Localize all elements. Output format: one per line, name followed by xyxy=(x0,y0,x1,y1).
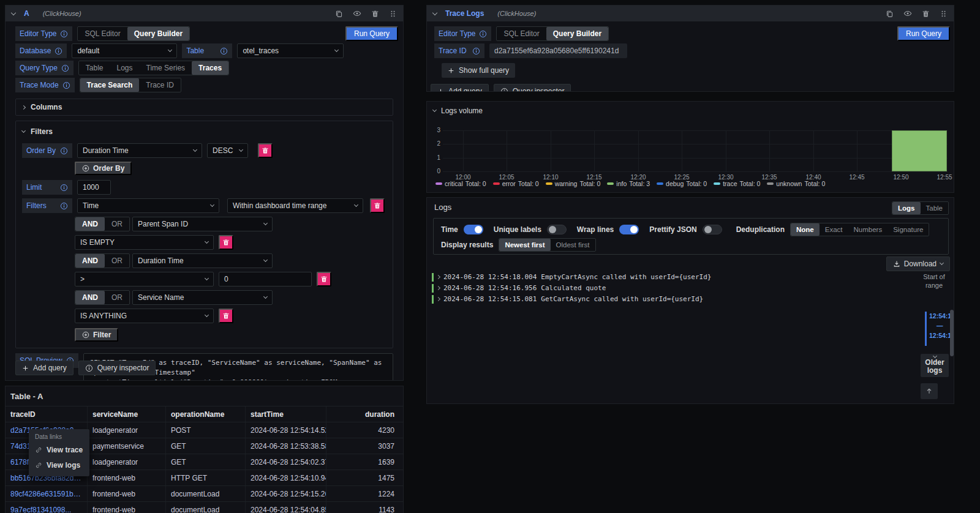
cond3-field-select[interactable]: Service Name xyxy=(132,290,273,305)
download-button[interactable]: Download xyxy=(886,256,950,271)
scroll-to-top-button[interactable] xyxy=(921,383,938,399)
delete-query-icon[interactable] xyxy=(371,10,379,18)
legend-item-critical[interactable]: criticalTotal: 0 xyxy=(435,180,486,187)
column-header-servicename[interactable]: serviceName xyxy=(88,406,166,422)
remove-time-filter-button[interactable] xyxy=(370,198,385,213)
dedup-option-none[interactable]: None xyxy=(791,223,820,236)
editor-option-builder[interactable]: Query Builder xyxy=(127,27,189,40)
trace-id-link[interactable]: 89cf4286e631591b4... xyxy=(10,490,82,498)
trace-mode-id[interactable]: Trace ID xyxy=(139,78,181,92)
column-header-starttime[interactable]: startTime xyxy=(246,406,326,422)
trace-id-link[interactable]: 9a7ecf81341098... xyxy=(10,506,71,513)
cond1-field-select[interactable]: Parent Span ID xyxy=(132,217,273,231)
database-select[interactable]: default xyxy=(72,43,177,58)
query-type-logs[interactable]: Logs xyxy=(110,61,140,75)
wrap-lines-toggle[interactable] xyxy=(619,225,639,234)
query-type-timeseries[interactable]: Time Series xyxy=(140,61,192,75)
cond2-field-select[interactable]: Duration Time xyxy=(132,253,273,268)
view-trace-link[interactable]: View trace xyxy=(35,442,83,457)
or-option[interactable]: OR xyxy=(105,291,129,304)
cond2-value-input[interactable] xyxy=(219,272,312,286)
trace-logs-title[interactable]: Trace Logs xyxy=(445,9,484,18)
query-ref-title[interactable]: A xyxy=(24,9,29,18)
cond3-operator-select[interactable]: IS ANYTHING xyxy=(75,309,214,323)
editor-option-sql[interactable]: SQL Editor xyxy=(78,27,127,40)
volume-plot-area[interactable] xyxy=(443,130,948,171)
legend-item-debug[interactable]: debugTotal: 0 xyxy=(657,180,707,187)
hide-query-icon[interactable] xyxy=(903,9,912,18)
remove-cond2-button[interactable] xyxy=(317,272,331,286)
or-option[interactable]: OR xyxy=(105,217,129,231)
older-logs-button[interactable]: Older logs xyxy=(921,354,949,377)
unique-labels-toggle[interactable] xyxy=(547,225,567,234)
editor-option-builder[interactable]: Query Builder xyxy=(546,27,608,40)
order-by-field-select[interactable]: Duration Time xyxy=(77,143,202,158)
collapse-chevron-icon[interactable] xyxy=(11,10,16,15)
and-option[interactable]: AND xyxy=(75,254,105,268)
filter-field-select[interactable]: Time xyxy=(77,198,219,213)
order-by-direction-select[interactable]: DESC xyxy=(207,143,248,158)
query-type-table[interactable]: Table xyxy=(79,61,110,75)
columns-section-toggle[interactable]: Columns xyxy=(15,99,393,116)
time-toggle[interactable] xyxy=(464,225,483,234)
logs-scrollbar[interactable] xyxy=(950,310,954,356)
drag-handle-icon[interactable] xyxy=(389,10,397,18)
or-option[interactable]: OR xyxy=(105,254,129,268)
logs-volume-collapse[interactable]: Logs volume xyxy=(427,102,954,115)
expand-log-chevron-icon[interactable] xyxy=(436,275,440,279)
log-row[interactable]: 2024-06-28 12:54:16.956Calculated quote xyxy=(432,283,711,293)
trace-id-input[interactable] xyxy=(489,43,627,58)
remove-order-by-button[interactable] xyxy=(258,143,273,158)
remove-cond1-button[interactable] xyxy=(219,235,233,250)
query-inspector-button[interactable]: Query inspector xyxy=(494,84,571,92)
duplicate-query-icon[interactable] xyxy=(335,10,343,18)
hide-query-icon[interactable] xyxy=(353,9,361,18)
add-query-button[interactable]: Add query xyxy=(431,84,489,92)
add-order-by-button[interactable]: Order By xyxy=(75,162,132,175)
view-option-table[interactable]: Table xyxy=(921,202,949,214)
expand-log-chevron-icon[interactable] xyxy=(436,297,440,301)
query-inspector-button[interactable]: Query inspector xyxy=(78,361,156,375)
log-row[interactable]: 2024-06-28 12:54:15.081GetCartAsync call… xyxy=(432,294,711,304)
expand-log-chevron-icon[interactable] xyxy=(436,286,440,290)
limit-input[interactable] xyxy=(77,180,111,195)
dedup-option-signature[interactable]: Signature xyxy=(888,223,929,236)
dedup-option-numbers[interactable]: Numbers xyxy=(848,223,888,236)
cond2-operator-select[interactable]: > xyxy=(75,272,214,286)
trace-mode-search[interactable]: Trace Search xyxy=(80,78,140,92)
legend-item-error[interactable]: errorTotal: 0 xyxy=(493,180,539,187)
filter-range-select[interactable]: Within dashboard time range xyxy=(227,198,363,213)
prettify-json-toggle[interactable] xyxy=(703,225,722,234)
column-header-duration[interactable]: duration xyxy=(326,406,399,422)
view-logs-link[interactable]: View logs xyxy=(35,457,83,473)
legend-item-trace[interactable]: traceTotal: 0 xyxy=(714,180,760,187)
column-header-operationname[interactable]: operationName xyxy=(166,406,246,422)
log-row[interactable]: 2024-06-28 12:54:18.004EmptyCartAsync ca… xyxy=(432,272,711,282)
legend-item-info[interactable]: infoTotal: 3 xyxy=(607,180,650,187)
add-filter-button[interactable]: Filter xyxy=(75,328,118,342)
display-option-oldest[interactable]: Oldest first xyxy=(551,239,595,251)
show-full-query-button[interactable]: Show full query xyxy=(442,63,515,78)
run-query-button[interactable]: Run Query xyxy=(897,26,950,41)
table-select[interactable]: otel_traces xyxy=(237,43,344,58)
legend-item-warning[interactable]: warningTotal: 0 xyxy=(546,180,601,187)
duplicate-query-icon[interactable] xyxy=(886,10,894,18)
collapse-chevron-icon[interactable] xyxy=(432,10,437,15)
query-type-traces[interactable]: Traces xyxy=(192,61,228,75)
filters-section-toggle[interactable]: Filters xyxy=(22,127,386,136)
log-range-bar[interactable] xyxy=(925,312,927,346)
column-header-traceid[interactable]: traceID xyxy=(6,406,88,422)
run-query-button[interactable]: Run Query xyxy=(345,26,398,41)
cond1-operator-select[interactable]: IS EMPTY xyxy=(75,235,214,250)
remove-cond3-button[interactable] xyxy=(219,309,233,323)
delete-query-icon[interactable] xyxy=(922,10,930,18)
drag-handle-icon[interactable] xyxy=(940,10,948,18)
display-option-newest[interactable]: Newest first xyxy=(499,239,550,251)
volume-bar-info[interactable] xyxy=(892,130,947,171)
editor-option-sql[interactable]: SQL Editor xyxy=(497,27,546,40)
and-option[interactable]: AND xyxy=(75,291,105,304)
view-option-logs[interactable]: Logs xyxy=(892,202,920,214)
add-query-button[interactable]: Add query xyxy=(15,361,74,375)
legend-item-unknown[interactable]: unknownTotal: 0 xyxy=(767,180,825,187)
and-option[interactable]: AND xyxy=(75,217,105,231)
